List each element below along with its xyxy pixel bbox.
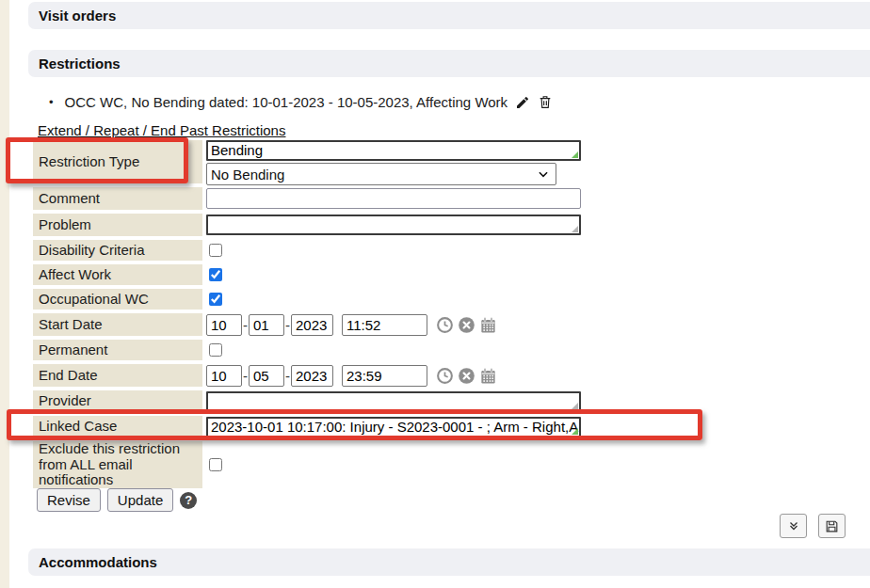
end-year-input[interactable] xyxy=(291,365,333,387)
collapse-button[interactable] xyxy=(780,514,807,538)
affect-work-label: Affect Work xyxy=(33,264,202,285)
pencil-icon[interactable] xyxy=(515,95,530,110)
calendar-icon[interactable] xyxy=(479,316,497,334)
start-year-input[interactable] xyxy=(291,314,333,336)
comment-label: Comment xyxy=(33,187,202,210)
affect-work-checkbox[interactable] xyxy=(209,268,222,281)
save-button[interactable] xyxy=(818,514,846,538)
restriction-list-item: • OCC WC, No Bending dated: 10-01-2023 -… xyxy=(49,94,553,110)
section-title: Accommodations xyxy=(39,554,157,570)
section-header-visit-orders: Visit orders xyxy=(28,2,870,29)
clock-icon[interactable] xyxy=(436,367,454,385)
section-header-restrictions: Restrictions xyxy=(28,50,870,77)
end-time-input[interactable] xyxy=(342,365,427,387)
bullet-glyph: • xyxy=(49,95,54,109)
start-day-input[interactable] xyxy=(249,314,284,336)
disability-criteria-label: Disability Criteria xyxy=(33,240,202,261)
date-separator: - xyxy=(243,317,248,333)
form-row-exclude-email: Exclude this restriction from ALL email … xyxy=(33,441,581,488)
restriction-type-label: Restriction Type xyxy=(33,140,202,183)
linked-case-label: Linked Case xyxy=(33,416,202,437)
disability-criteria-checkbox[interactable] xyxy=(209,244,222,257)
restriction-type-select[interactable]: No Bending xyxy=(206,163,556,185)
form-row-restriction-type: Restriction Type Bending No Bending xyxy=(33,140,581,183)
clock-icon[interactable] xyxy=(436,316,454,334)
permanent-checkbox[interactable] xyxy=(209,343,222,357)
problem-textarea[interactable] xyxy=(206,215,581,235)
form-row-comment: Comment xyxy=(33,187,581,210)
end-month-input[interactable] xyxy=(206,365,242,387)
extend-repeat-end-link[interactable]: Extend / Repeat / End Past Restrictions xyxy=(38,122,285,138)
linked-case-textarea[interactable]: 2023-10-01 10:17:00: Injury - S2023-0001… xyxy=(206,417,581,437)
calendar-icon[interactable] xyxy=(479,367,497,385)
form-actions: Revise Update ? xyxy=(37,488,197,512)
start-date-label: Start Date xyxy=(33,313,202,336)
occupational-wc-label: Occupational WC xyxy=(33,289,202,310)
restrictions-page: Visit orders Restrictions • OCC WC, No B… xyxy=(0,0,870,588)
exclude-email-label: Exclude this restriction from ALL email … xyxy=(33,441,202,488)
start-time-input[interactable] xyxy=(342,314,427,336)
form-row-disability-criteria: Disability Criteria xyxy=(33,240,581,261)
provider-textarea[interactable] xyxy=(206,391,581,412)
clear-circle-icon[interactable] xyxy=(458,367,475,385)
exclude-email-checkbox[interactable] xyxy=(209,458,222,471)
restriction-form: Restriction Type Bending No Bending Comm… xyxy=(33,140,581,488)
revise-button[interactable]: Revise xyxy=(37,488,101,512)
end-date-label: End Date xyxy=(33,364,202,387)
floppy-disk-icon xyxy=(825,519,839,533)
form-row-end-date: End Date - - xyxy=(33,364,581,387)
occupational-wc-checkbox[interactable] xyxy=(209,293,222,306)
date-separator: - xyxy=(243,368,248,384)
provider-label: Provider xyxy=(33,390,202,412)
end-day-input[interactable] xyxy=(249,365,284,387)
double-chevron-down-icon xyxy=(787,519,800,532)
problem-label: Problem xyxy=(33,214,202,236)
panel-corner-buttons xyxy=(780,514,846,538)
left-margin-strip xyxy=(0,0,9,588)
trash-icon[interactable] xyxy=(538,94,553,110)
section-header-accommodations: Accommodations xyxy=(28,548,870,576)
help-icon[interactable]: ? xyxy=(180,492,197,509)
date-separator: - xyxy=(285,368,290,384)
permanent-label: Permanent xyxy=(33,340,202,360)
start-month-input[interactable] xyxy=(206,314,242,336)
form-row-occupational-wc: Occupational WC xyxy=(33,289,581,310)
restriction-summary-text: OCC WC, No Bending dated: 10-01-2023 - 1… xyxy=(65,94,508,110)
section-title: Visit orders xyxy=(39,8,116,24)
comment-input[interactable] xyxy=(206,188,581,209)
form-row-start-date: Start Date - - xyxy=(33,313,581,336)
date-separator: - xyxy=(285,317,290,333)
section-title: Restrictions xyxy=(39,56,121,72)
clear-circle-icon[interactable] xyxy=(458,316,475,334)
form-row-linked-case: Linked Case 2023-10-01 10:17:00: Injury … xyxy=(33,416,581,437)
form-row-permanent: Permanent xyxy=(33,340,581,360)
form-row-provider: Provider xyxy=(33,390,581,412)
restriction-category-textarea[interactable]: Bending xyxy=(206,140,581,161)
update-button[interactable]: Update xyxy=(107,488,173,512)
form-row-problem: Problem xyxy=(33,214,581,236)
form-row-affect-work: Affect Work xyxy=(33,264,581,285)
